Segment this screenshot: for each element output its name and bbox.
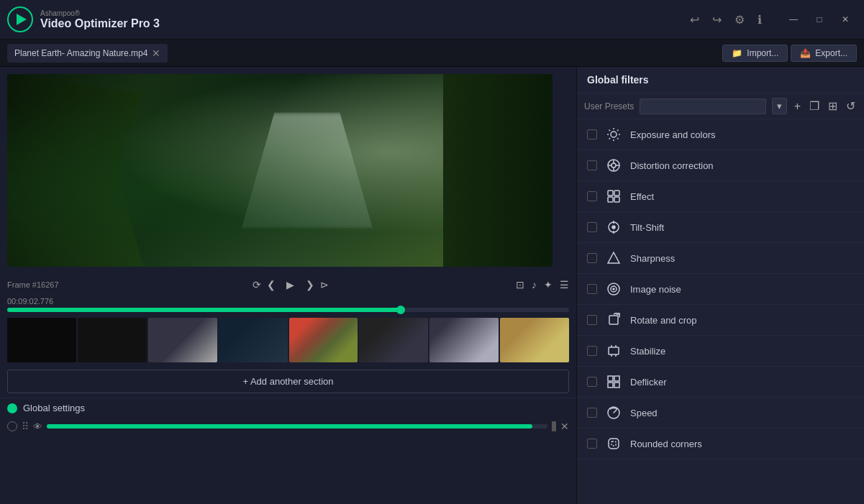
sliders-icon[interactable]: ☰ [560, 279, 569, 290]
add-section-button[interactable]: + Add another section [7, 370, 569, 393]
svg-line-7 [617, 130, 619, 132]
filter-icon-effect [606, 188, 622, 204]
close-button[interactable]: ✕ [834, 9, 857, 29]
transport-controls: ⟳ ❮ ▶ ❯ ⊳ [253, 275, 329, 294]
undo-icon[interactable]: ↩ [690, 13, 699, 27]
add-section-label: + Add another section [242, 376, 333, 387]
filter-name-effect: Effect [630, 191, 654, 202]
track-end-handle[interactable] [552, 421, 556, 431]
svg-rect-27 [609, 316, 618, 324]
filter-checkbox-sharpness[interactable] [587, 253, 597, 263]
filter-checkbox-deflicker[interactable] [587, 377, 597, 387]
filter-checkbox-effect[interactable] [587, 191, 597, 201]
camera-icon[interactable]: ⊡ [516, 279, 524, 290]
filter-item-speed[interactable]: Speed [577, 398, 864, 429]
track-circle [7, 421, 17, 431]
filter-icon-deflicker [606, 374, 622, 390]
filter-name-stabilize: Stabilize [630, 346, 665, 357]
track-bar[interactable] [47, 424, 547, 429]
import-icon: 📁 [732, 48, 742, 58]
export-button[interactable]: 📤 Export... [791, 45, 857, 62]
app-name-bold: Optimizer [75, 17, 128, 29]
filmstrip-thumb-8[interactable] [500, 318, 569, 362]
filter-icon-tilt-shift [606, 219, 622, 235]
filter-item-rotate-crop[interactable]: Rotate and crop [577, 305, 864, 336]
play-button[interactable]: ▶ [281, 275, 300, 294]
filter-checkbox-rounded-corners[interactable] [587, 439, 597, 449]
loop-icon[interactable]: ⟳ [253, 279, 261, 290]
filmstrip-thumb-4[interactable] [219, 318, 288, 362]
maximize-button[interactable]: □ [808, 9, 831, 29]
presets-dropdown-icon[interactable]: ▾ [772, 98, 787, 114]
filter-item-stabilize[interactable]: Stabilize [577, 336, 864, 367]
filter-checkbox-speed[interactable] [587, 408, 597, 418]
track-visibility-icon[interactable]: 👁 [33, 421, 42, 432]
filter-checkbox-exposure[interactable] [587, 129, 597, 139]
filmstrip-thumb-2[interactable] [78, 318, 147, 362]
global-settings-bar: Global settings [0, 398, 576, 418]
transport-bar: Frame #16267 ⟳ ❮ ▶ ❯ ⊳ ⊡ ♪ ✦ ☰ [0, 274, 576, 295]
transport-right: ⊡ ♪ ✦ ☰ [516, 279, 569, 290]
filter-checkbox-stabilize[interactable] [587, 346, 597, 356]
minimize-button[interactable]: — [782, 9, 805, 29]
presets-input[interactable] [640, 98, 765, 114]
filter-checkbox-distortion[interactable] [587, 160, 597, 170]
copy-preset-button[interactable]: ❐ [808, 98, 821, 114]
import-label: Import... [747, 48, 778, 58]
filter-item-deflicker[interactable]: Deflicker [577, 367, 864, 398]
redo-icon[interactable]: ↪ [712, 13, 722, 27]
svg-point-0 [611, 132, 617, 137]
filter-item-sharpness[interactable]: Sharpness [577, 243, 864, 274]
filter-list: Exposure and colors Distortion correctio… [577, 119, 864, 504]
filter-name-speed: Speed [630, 408, 658, 418]
save-preset-button[interactable]: ⊞ [827, 98, 839, 114]
title-controls: ↩ ↪ ⚙ ℹ — □ ✕ [690, 9, 857, 29]
video-canvas[interactable] [7, 74, 552, 267]
app-name-suffix: Pro 3 [128, 17, 160, 29]
info-icon[interactable]: ℹ [758, 13, 762, 27]
progress-bar[interactable] [7, 308, 569, 312]
filter-item-tilt-shift[interactable]: Tilt-Shift [577, 212, 864, 243]
wand-icon[interactable]: ✦ [544, 279, 552, 290]
filter-item-exposure[interactable]: Exposure and colors [577, 119, 864, 150]
filmstrip-thumb-6[interactable] [359, 318, 428, 362]
file-tab[interactable]: Planet Earth- Amazing Nature.mp4 ✕ [7, 44, 168, 63]
svg-rect-34 [614, 376, 619, 381]
prev-frame-button[interactable]: ❮ [267, 279, 276, 290]
app-name-prefix: Video [40, 17, 75, 29]
filter-checkbox-image-noise[interactable] [587, 284, 597, 294]
import-button[interactable]: 📁 Import... [722, 45, 788, 62]
track-handle-icon[interactable]: ⠿ [22, 421, 29, 432]
next-frame-button[interactable]: ❯ [306, 279, 314, 290]
filmstrip-thumb-1[interactable] [7, 318, 76, 362]
filter-icon-sharpness [606, 250, 622, 266]
filter-name-image-noise: Image noise [630, 284, 681, 295]
filmstrip-thumb-5[interactable] [289, 318, 358, 362]
filter-checkbox-rotate-crop[interactable] [587, 315, 597, 325]
track-remove-button[interactable]: ✕ [560, 421, 569, 432]
video-preview [7, 74, 569, 267]
reset-preset-button[interactable]: ↺ [845, 98, 857, 114]
filter-item-effect[interactable]: Effect [577, 181, 864, 212]
filter-item-distortion[interactable]: Distortion correction [577, 150, 864, 181]
timeline-area: 00:09:02.776 [0, 295, 576, 318]
track-row: ⠿ 👁 ✕ [0, 418, 576, 435]
tab-close-button[interactable]: ✕ [152, 47, 160, 59]
filter-name-distortion: Distortion correction [630, 160, 714, 171]
right-panel: Global filters User Presets ▾ + ❐ ⊞ ↺ Ex… [576, 67, 864, 504]
tab-bar: Planet Earth- Amazing Nature.mp4 ✕ 📁 Imp… [0, 40, 864, 67]
filmstrip-thumb-3[interactable] [148, 318, 217, 362]
filter-item-image-noise[interactable]: Image noise [577, 274, 864, 305]
filter-checkbox-tilt-shift[interactable] [587, 222, 597, 232]
svg-line-6 [617, 138, 619, 139]
filter-name-sharpness: Sharpness [630, 253, 675, 264]
svg-rect-28 [609, 347, 619, 354]
volume-icon[interactable]: ♪ [532, 279, 537, 290]
settings-icon[interactable]: ⚙ [735, 13, 745, 27]
progress-thumb[interactable] [396, 306, 405, 314]
filter-item-rounded-corners[interactable]: Rounded corners [577, 429, 864, 459]
filmstrip-thumb-7[interactable] [429, 318, 499, 362]
filter-icon-stabilize [606, 343, 622, 359]
add-preset-button[interactable]: + [793, 98, 802, 114]
mark-icon[interactable]: ⊳ [320, 279, 329, 290]
